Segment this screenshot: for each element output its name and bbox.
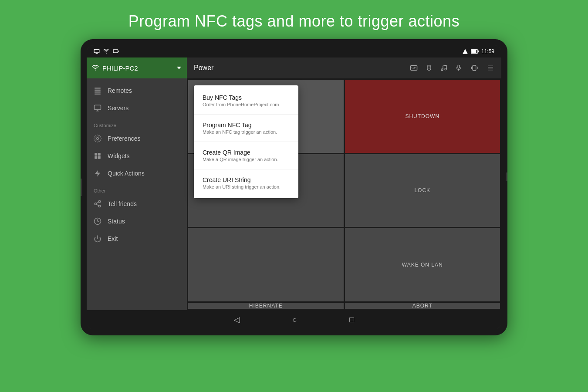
sidebar-item-tell-friends[interactable]: Tell friends <box>87 195 187 213</box>
tell-friends-label: Tell friends <box>108 200 137 207</box>
popup-item-create-uri[interactable]: Create URI String Make an URI string tri… <box>194 171 298 195</box>
svg-rect-15 <box>95 94 101 95</box>
popup-divider-2 <box>194 142 298 142</box>
screen-status-icon <box>94 48 100 54</box>
quick-actions-label: Quick Actions <box>108 170 145 177</box>
sidebar-item-status[interactable]: Status <box>87 213 187 230</box>
tablet-screen: 11:59 PHILIP-PC2 <box>87 45 501 329</box>
wifi-header-icon <box>92 64 99 71</box>
svg-line-28 <box>96 204 98 206</box>
sidebar-item-quick-actions[interactable]: Quick Actions <box>87 165 187 182</box>
music-icon[interactable] <box>440 64 447 72</box>
tablet-device: 11:59 PHILIP-PC2 <box>81 39 507 335</box>
svg-rect-12 <box>95 88 101 88</box>
menu-icon[interactable] <box>487 64 494 71</box>
svg-rect-20 <box>95 153 97 155</box>
sidebar-item-exit[interactable]: Exit <box>87 230 187 247</box>
monitor-icon <box>94 104 101 112</box>
create-uri-subtitle: Make an URI string trigger an action. <box>203 184 290 189</box>
program-nfc-title: Program NFC Tag <box>203 122 290 128</box>
battery-icon <box>471 49 479 54</box>
power-grid: SHUTDOWN LOCK WAKE ON LAN HIBERNATE <box>187 78 501 310</box>
clock: 11:59 <box>481 48 494 54</box>
shutdown-label: SHUTDOWN <box>405 113 439 119</box>
customize-section: Customize <box>87 117 187 130</box>
svg-point-43 <box>441 69 443 71</box>
sidebar-header[interactable]: PHILIP-PC2 <box>87 57 187 78</box>
gear-icon <box>94 135 101 142</box>
svg-rect-16 <box>95 105 101 110</box>
svg-rect-14 <box>95 91 101 92</box>
clock-icon <box>94 217 101 225</box>
back-button[interactable]: ◁ <box>234 315 240 324</box>
svg-point-19 <box>97 138 99 140</box>
popup-divider-3 <box>194 169 298 169</box>
program-nfc-subtitle: Make an NFC tag trigger an action. <box>203 129 290 135</box>
list-icon <box>94 87 101 95</box>
svg-point-42 <box>429 68 429 69</box>
grid-cell-hibernate[interactable]: HIBERNATE <box>188 303 344 309</box>
svg-point-27 <box>98 205 101 207</box>
lock-label: LOCK <box>414 187 430 193</box>
power-icon <box>94 235 101 243</box>
popup-item-create-qr[interactable]: Create QR Image Make a QR image trigger … <box>194 144 298 167</box>
app-area: PHILIP-PC2 Remotes <box>87 57 501 310</box>
page-headline: Program NFC tags and more to trigger act… <box>111 0 477 39</box>
buy-nfc-title: Buy NFC Tags <box>203 94 290 101</box>
svg-rect-9 <box>478 51 479 53</box>
popup-menu: Buy NFC Tags Order from PhoneHomeProject… <box>194 85 298 198</box>
toolbar-icons <box>410 64 494 72</box>
vibrate-icon[interactable] <box>470 64 479 72</box>
other-section: Other <box>87 182 187 195</box>
sidebar-item-servers[interactable]: Servers <box>87 99 187 117</box>
keyboard-icon[interactable] <box>410 64 418 72</box>
wifi-status-icon <box>103 48 109 54</box>
recent-button[interactable]: □ <box>349 315 354 324</box>
svg-rect-8 <box>471 50 476 53</box>
main-content: Power <box>187 57 501 310</box>
svg-rect-22 <box>95 156 97 159</box>
buy-nfc-subtitle: Order from PhoneHomeProject.com <box>203 102 290 107</box>
sidebar-item-widgets[interactable]: Widgets <box>87 147 187 165</box>
svg-rect-0 <box>94 49 99 53</box>
status-bar-left <box>94 48 119 54</box>
preferences-label: Preferences <box>108 135 140 142</box>
mouse-icon[interactable] <box>426 64 433 72</box>
svg-marker-6 <box>463 49 468 54</box>
create-qr-title: Create QR Image <box>203 149 290 156</box>
toolbar-title: Power <box>194 64 405 72</box>
grid-cell-wake-left[interactable] <box>188 228 344 301</box>
grid-cell-lock[interactable]: LOCK <box>345 154 500 227</box>
svg-point-26 <box>95 203 97 205</box>
grid-cell-wake-on-lan[interactable]: WAKE ON LAN <box>345 228 500 301</box>
svg-point-25 <box>98 201 101 203</box>
grid-cell-shutdown[interactable]: SHUTDOWN <box>345 80 500 153</box>
nav-bar: ◁ ○ □ <box>87 310 501 329</box>
toolbar: Power <box>187 57 501 78</box>
grid-cell-abort[interactable]: ABORT <box>345 303 500 309</box>
svg-rect-23 <box>98 156 101 159</box>
mic-icon[interactable] <box>455 64 462 72</box>
svg-rect-45 <box>458 65 460 68</box>
sidebar-nav: Remotes Servers Customize <box>87 78 187 310</box>
home-button[interactable]: ○ <box>292 315 297 324</box>
status-bar: 11:59 <box>87 45 501 57</box>
svg-line-32 <box>98 221 99 222</box>
widgets-icon <box>94 152 101 160</box>
share-icon <box>94 200 101 208</box>
popup-item-buy-nfc[interactable]: Buy NFC Tags Order from PhoneHomeProject… <box>194 89 298 112</box>
svg-point-10 <box>95 70 96 71</box>
bolt-icon <box>94 169 101 177</box>
monitor-status-icon <box>113 48 119 54</box>
popup-item-program-nfc[interactable]: Program NFC Tag Make an NFC tag trigger … <box>194 116 298 140</box>
create-uri-title: Create URI String <box>203 176 290 183</box>
sidebar-header-title: PHILIP-PC2 <box>102 64 173 72</box>
svg-rect-13 <box>95 90 101 91</box>
svg-marker-11 <box>177 67 181 69</box>
svg-rect-4 <box>113 50 118 53</box>
sidebar-item-preferences[interactable]: Preferences <box>87 130 187 147</box>
sidebar-item-remotes[interactable]: Remotes <box>87 82 187 99</box>
svg-rect-34 <box>411 66 417 71</box>
sidebar: PHILIP-PC2 Remotes <box>87 57 187 310</box>
tablet-volume-button <box>81 179 82 196</box>
